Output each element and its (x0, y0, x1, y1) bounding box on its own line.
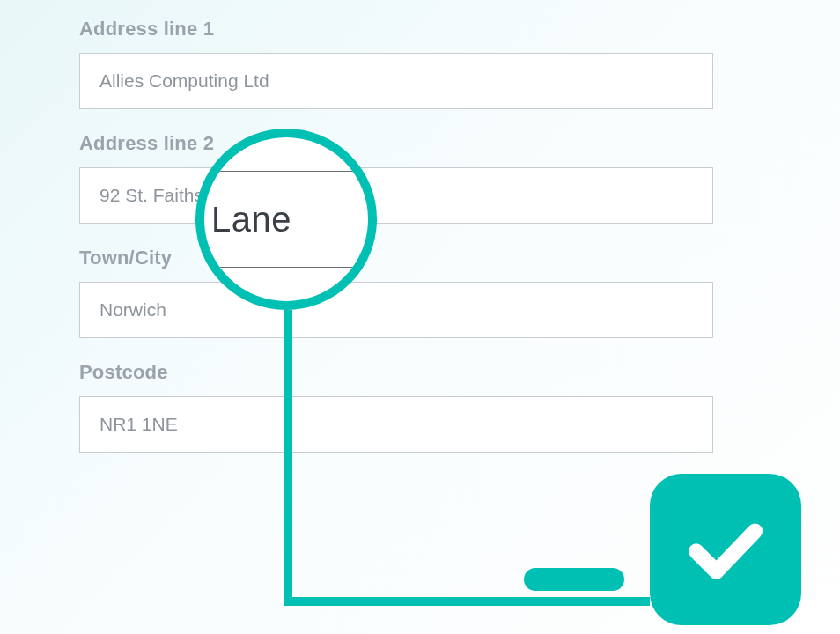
field-town-city: Town/City (79, 247, 713, 338)
accent-pill (524, 568, 624, 591)
label-postcode: Postcode (79, 361, 713, 384)
magnifier-border-bottom (204, 267, 368, 268)
input-address-line-2[interactable] (79, 167, 713, 224)
input-town-city[interactable] (79, 282, 713, 338)
check-icon (682, 505, 770, 593)
input-postcode[interactable] (79, 396, 713, 453)
confirm-button[interactable] (650, 474, 801, 625)
field-address-line-1: Address line 1 (79, 18, 713, 109)
address-form: Address line 1 Address line 2 Town/City … (79, 18, 713, 476)
connector-line-horizontal (284, 597, 650, 606)
input-address-line-1[interactable] (79, 53, 713, 109)
field-address-line-2: Address line 2 (79, 132, 713, 224)
field-postcode: Postcode (79, 361, 713, 453)
magnifier-border-top (204, 171, 368, 172)
magnifier-content: Lane (204, 171, 368, 268)
label-town-city: Town/City (79, 247, 713, 269)
label-address-line-1: Address line 1 (79, 18, 713, 41)
magnifier-text: Lane (211, 200, 291, 240)
connector-line-vertical (284, 310, 292, 606)
magnifier-icon: Lane (195, 129, 377, 310)
label-address-line-2: Address line 2 (79, 132, 713, 155)
